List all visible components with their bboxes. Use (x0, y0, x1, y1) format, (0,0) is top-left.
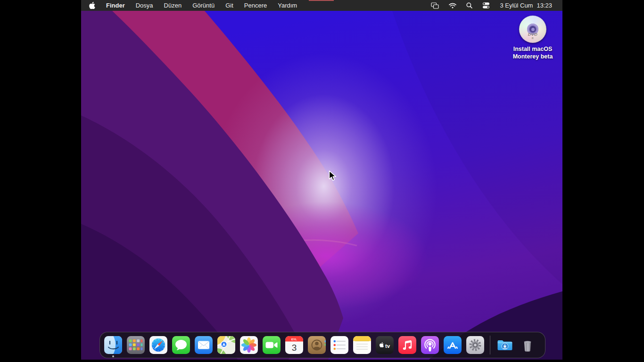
vm-display: Finder Dosya Düzen Görüntü Git Pencere Y… (81, 0, 562, 360)
music-icon (398, 336, 416, 354)
apple-menu-icon[interactable] (89, 2, 95, 9)
safari-icon (149, 336, 167, 354)
dock-item-messages[interactable] (172, 336, 190, 354)
mail-icon (195, 336, 213, 354)
maps-icon (217, 336, 235, 354)
menu-clock[interactable]: 3 Eylül Cum 13:23 (500, 2, 552, 9)
photos-icon (240, 336, 258, 354)
dock-item-podcasts[interactable] (421, 336, 439, 354)
volume-label-line1: Install macOS (511, 45, 554, 53)
dock: EYL 3 (99, 332, 545, 358)
finder-running-indicator (112, 355, 114, 357)
podcasts-icon (421, 336, 439, 354)
recording-indicator-strip (309, 0, 334, 1)
dock-item-tv[interactable]: tv (376, 336, 394, 354)
menu-bar-left: Finder Dosya Düzen Görüntü Git Pencere Y… (81, 2, 297, 9)
dock-item-safari[interactable] (149, 336, 167, 354)
trash-icon (519, 336, 537, 354)
dock-item-facetime[interactable] (263, 336, 281, 354)
desktop-volume-install-macos[interactable]: DVDR Install macOS Monterey beta (511, 16, 554, 60)
dock-item-music[interactable] (398, 336, 416, 354)
volume-label: Install macOS Monterey beta (511, 45, 554, 60)
dock-item-downloads[interactable] (496, 336, 514, 354)
menu-bar-status: 3 Eylül Cum 13:23 (431, 2, 562, 9)
dock-item-notes[interactable] (353, 336, 371, 354)
dock-item-reminders[interactable] (330, 336, 348, 354)
spotlight-search-icon[interactable] (466, 2, 472, 8)
menu-app-name[interactable]: Finder (106, 2, 125, 9)
menu-goruntu[interactable]: Görüntü (192, 2, 215, 9)
screen-mirroring-icon[interactable] (431, 2, 439, 9)
dock-item-calendar[interactable]: EYL 3 (285, 336, 303, 354)
monterey-wallpaper-art (81, 11, 562, 360)
launchpad-icon (127, 336, 145, 354)
menu-git[interactable]: Git (225, 2, 233, 9)
calendar-month-text: EYL (291, 337, 297, 341)
dock-item-trash[interactable] (519, 336, 537, 354)
calendar-icon: EYL 3 (285, 336, 303, 354)
system-preferences-icon (466, 336, 484, 354)
host-screen: Finder Dosya Düzen Görüntü Git Pencere Y… (0, 0, 644, 362)
dvd-text: DVDR (519, 33, 546, 40)
dvd-hub-inner (529, 26, 536, 33)
volume-label-line2: Monterey beta (511, 53, 554, 60)
contacts-icon (308, 336, 326, 354)
dvd-disc-icon: DVDR (519, 16, 546, 43)
messages-icon (172, 336, 190, 354)
dock-item-contacts[interactable] (308, 336, 326, 354)
mouse-cursor (329, 170, 337, 183)
finder-icon (104, 336, 122, 354)
dock-item-launchpad[interactable] (127, 336, 145, 354)
reminders-icon (330, 336, 348, 354)
tv-icon: tv (376, 336, 394, 354)
notes-icon (353, 336, 371, 354)
app-store-icon (444, 336, 462, 354)
menu-pencere[interactable]: Pencere (244, 2, 267, 9)
dvd-subtext: R (519, 36, 546, 40)
control-center-icon[interactable] (482, 2, 490, 9)
desktop-wallpaper (81, 11, 562, 360)
dock-item-maps[interactable] (217, 336, 235, 354)
menu-date: 3 Eylül Cum (500, 2, 533, 9)
menu-yardim[interactable]: Yardım (278, 2, 297, 9)
dock-item-finder[interactable] (104, 336, 122, 354)
calendar-day-text: 3 (292, 343, 297, 353)
dock-item-app-store[interactable] (444, 336, 462, 354)
wifi-icon[interactable] (449, 3, 456, 8)
menu-time: 13:23 (537, 2, 552, 9)
tv-label-text: tv (385, 343, 390, 349)
dock-item-mail[interactable] (195, 336, 213, 354)
dock-item-system-preferences[interactable] (466, 336, 484, 354)
dock-divider (490, 336, 490, 354)
dvd-hole (531, 28, 535, 31)
menu-dosya[interactable]: Dosya (136, 2, 153, 9)
dock-item-photos[interactable] (240, 336, 258, 354)
downloads-folder-icon (496, 336, 514, 354)
facetime-icon (263, 336, 281, 354)
menu-bar: Finder Dosya Düzen Görüntü Git Pencere Y… (81, 0, 562, 11)
menu-duzen[interactable]: Düzen (164, 2, 182, 9)
